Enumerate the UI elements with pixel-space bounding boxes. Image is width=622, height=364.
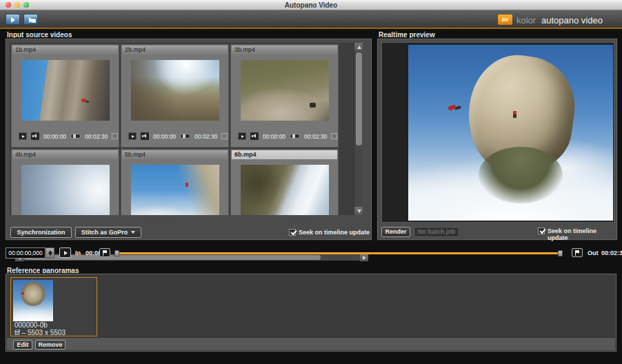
current-time: 00:00:00 [43,133,66,140]
video-cell[interactable]: 6b.mp4 00:00:00 00:02:30 [230,149,339,215]
duration: 00:02:30 [304,133,327,140]
chevron-down-icon [131,231,135,234]
vertical-scrollbar[interactable] [354,43,363,215]
input-panel-title: Input source videos [7,31,72,39]
close-window-button[interactable] [6,2,11,8]
window-titlebar: Autopano Video [0,0,622,10]
fullscreen-icon[interactable] [112,133,118,139]
duration: 00:02:30 [194,133,217,140]
edit-button[interactable]: Edit [13,340,32,350]
video-thumbnail [21,60,110,121]
brand-kolor-text: kolor [516,15,536,26]
toolbar: av kolor autopano video [0,10,622,29]
set-in-flag-button[interactable] [99,248,110,257]
video-title[interactable]: 4b.mp4 [12,150,118,159]
video-title[interactable]: 2b.mp4 [122,46,228,54]
video-thumbnail [241,165,329,215]
batch-job-button: No batch job [414,227,459,237]
timecode-input[interactable]: 00:00:00,000 [6,247,46,259]
scrollbar-thumb[interactable] [356,52,362,145]
current-time: 00:00:00 [153,133,176,140]
play-icon[interactable] [238,132,246,140]
brand: av kolor autopano video [498,14,615,26]
volume-slider-icon[interactable] [180,134,190,139]
audio-icon[interactable] [141,132,149,140]
play-icon[interactable] [128,132,137,140]
fullscreen-icon[interactable] [331,133,337,139]
out-label: Out [588,250,599,256]
timeline-bar: 00:00:00,000 In 00:00:00 Out 00:02:30 [0,243,622,263]
scroll-down-button[interactable] [354,207,363,215]
video-list: 1b.mp4 00:00:00 00:02:30 2b.mp4 00:00:00… [10,43,363,215]
timeline-play-button[interactable] [59,247,71,258]
remove-button[interactable]: Remove [35,340,66,350]
arrow-down-icon [357,210,361,213]
duration: 00:02:30 [85,133,108,140]
reference-panel: 000000-0b tif – 5503 x 5503 Edit Remove [6,274,616,352]
seek-checkbox-label: Seek on timeline update [299,229,370,236]
preview-panel: Render No batch job Seek on timeline upd… [377,39,617,240]
video-thumbnail [241,60,329,121]
audio-icon[interactable] [250,132,259,140]
in-label: In [75,250,81,256]
seek-checkbox[interactable] [289,229,296,236]
video-thumbnail [131,165,219,215]
arrow-up-icon [357,46,361,49]
seek-checkbox-label: Seek on timeline update [548,228,616,241]
video-cell[interactable]: 5b.mp4 00:00:00 00:02:30 [121,149,229,215]
video-thumbnail [131,60,219,121]
window-title: Autopano Video [0,0,622,10]
video-title[interactable]: 6b.mp4 [232,150,337,159]
fullscreen-icon[interactable] [221,133,228,139]
out-time: 00:02:30 [601,250,622,256]
climber-figure [513,111,516,118]
preview-area [381,42,614,223]
preview-panorama-image [408,45,613,221]
timecode-stepper[interactable] [46,247,54,259]
timeline-handle-right[interactable] [558,250,563,256]
brand-logo-icon: av [498,14,512,25]
seek-checkbox[interactable] [538,228,545,234]
video-cell[interactable]: 2b.mp4 00:00:00 00:02:30 [121,44,229,148]
timeline-range[interactable] [116,252,563,254]
brand-product-text: autopano video [541,15,603,26]
stitch-button[interactable]: Stitch as GoPro [75,227,141,238]
volume-slider-icon[interactable] [70,134,81,139]
volume-slider-icon[interactable] [290,134,300,139]
stitch-button-label: Stitch as GoPro [81,229,128,236]
scroll-up-button[interactable] [354,43,363,51]
screen-cursor-icon[interactable] [6,14,20,25]
panorama-card[interactable]: 000000-0b tif – 5503 x 5503 [10,277,97,336]
input-panel: 1b.mp4 00:00:00 00:02:30 2b.mp4 00:00:00… [6,39,372,240]
play-icon[interactable] [19,132,27,140]
video-cell[interactable]: 3b.mp4 00:00:00 00:02:30 [230,44,339,148]
reference-panel-footer [7,337,615,350]
panorama-info: tif – 5503 x 5503 [14,329,66,336]
video-title[interactable]: 3b.mp4 [232,46,337,54]
planet-lower-shape [479,147,563,203]
minimize-window-button[interactable] [14,2,20,8]
panorama-thumbnail [13,280,53,321]
timeline-handle-left[interactable] [114,250,119,256]
render-button[interactable]: Render [381,227,410,237]
preview-panel-title: Realtime preview [379,31,435,39]
video-cell[interactable]: 4b.mp4 00:00:00 00:02:30 [11,149,119,215]
current-time: 00:00:00 [263,133,285,140]
video-title[interactable]: 1b.mp4 [12,46,118,54]
audio-icon[interactable] [31,132,39,140]
panorama-name: 000000-0b [14,321,48,329]
zoom-window-button[interactable] [23,2,29,8]
synchronization-button[interactable]: Synchronization [10,227,72,238]
base-jumper-figure [448,104,456,110]
timeline-track[interactable] [114,246,567,259]
video-cell[interactable]: 1b.mp4 00:00:00 00:02:30 [11,44,119,148]
video-thumbnail [21,165,110,215]
video-title[interactable]: 5b.mp4 [122,150,228,159]
set-out-flag-button[interactable] [572,248,583,257]
screen-export-icon[interactable] [23,14,38,25]
